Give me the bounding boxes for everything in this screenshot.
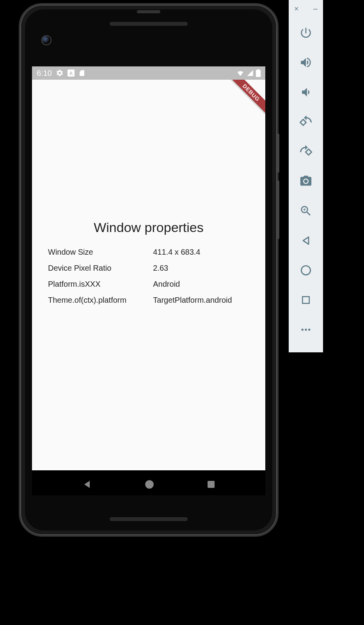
prop-value: 411.4 x 683.4: [153, 245, 249, 260]
table-row: Platform.isXXXAndroid: [48, 277, 249, 292]
table-row: Window Size411.4 x 683.4: [48, 245, 249, 260]
prop-label: Theme.of(ctx).platform: [48, 293, 152, 308]
zoom-in-icon: [299, 204, 313, 218]
volume-down-button[interactable]: [289, 77, 323, 107]
svg-point-6: [302, 329, 304, 331]
volume-up-button[interactable]: [289, 48, 323, 77]
camera-icon: [299, 175, 313, 188]
page-title: Window properties: [47, 220, 250, 235]
table-row: Theme.of(ctx).platformTargetPlatform.and…: [48, 293, 249, 308]
screenshot-button[interactable]: [289, 166, 323, 196]
phone-device-frame: 6:10 A DEBUG Window properties Window Si…: [19, 3, 279, 537]
close-button[interactable]: ×: [294, 5, 299, 12]
rotate-right-button[interactable]: [289, 137, 323, 166]
battery-icon: [256, 69, 261, 77]
rotate-left-button[interactable]: [289, 107, 323, 137]
volume-up-icon: [299, 56, 313, 69]
debug-banner: DEBUG: [226, 80, 265, 118]
back-triangle-icon: [300, 235, 311, 246]
nav-back-icon[interactable]: [82, 479, 92, 490]
minimize-button[interactable]: –: [313, 5, 318, 12]
svg-point-8: [308, 329, 311, 331]
phone-notch: [137, 10, 160, 13]
properties-table: Window Size411.4 x 683.4 Device Pixel Ra…: [47, 244, 250, 309]
overview-square-icon: [301, 295, 311, 305]
nav-home-icon[interactable]: [144, 479, 154, 489]
volume-down-icon: [299, 86, 313, 99]
phone-camera: [41, 35, 51, 45]
back-button[interactable]: [289, 226, 323, 255]
prop-value: Android: [153, 277, 249, 292]
emulator-toolbar: × –: [289, 0, 323, 352]
android-nav-bar: [32, 470, 265, 495]
svg-rect-3: [208, 481, 215, 488]
prop-label: Window Size: [48, 245, 152, 260]
home-circle-icon: [300, 265, 311, 276]
nav-overview-icon[interactable]: [206, 480, 216, 489]
svg-point-7: [305, 329, 307, 331]
rotate-left-icon: [299, 115, 313, 129]
table-row: Device Pixel Ratio2.63: [48, 261, 249, 276]
phone-screen: 6:10 A DEBUG Window properties Window Si…: [32, 66, 265, 495]
phone-volume-button: [277, 180, 279, 239]
zoom-button[interactable]: [289, 196, 323, 226]
settings-icon: [56, 69, 64, 77]
prop-value: TargetPlatform.android: [153, 293, 249, 308]
prop-value: 2.63: [153, 261, 249, 276]
svg-rect-5: [302, 296, 309, 303]
android-status-bar: 6:10 A: [32, 66, 265, 80]
signal-icon: [247, 70, 254, 77]
status-time: 6:10: [37, 69, 52, 78]
more-button[interactable]: [289, 315, 323, 345]
home-button[interactable]: [289, 255, 323, 285]
sd-card-icon: [78, 70, 85, 77]
rotate-right-icon: [299, 145, 313, 159]
phone-speaker-top: [110, 22, 188, 26]
svg-point-4: [301, 266, 310, 275]
svg-point-2: [145, 480, 154, 489]
wifi-icon: [236, 69, 244, 77]
overview-button[interactable]: [289, 285, 323, 315]
letter-a-icon: A: [67, 70, 75, 77]
prop-label: Platform.isXXX: [48, 277, 152, 292]
power-icon: [299, 26, 313, 39]
phone-power-button: [277, 134, 279, 173]
prop-label: Device Pixel Ratio: [48, 261, 152, 276]
phone-speaker-bottom: [110, 517, 188, 521]
svg-text:A: A: [69, 71, 73, 76]
app-body: DEBUG Window properties Window Size411.4…: [32, 80, 265, 470]
more-horiz-icon: [300, 324, 312, 336]
power-button[interactable]: [289, 18, 323, 48]
